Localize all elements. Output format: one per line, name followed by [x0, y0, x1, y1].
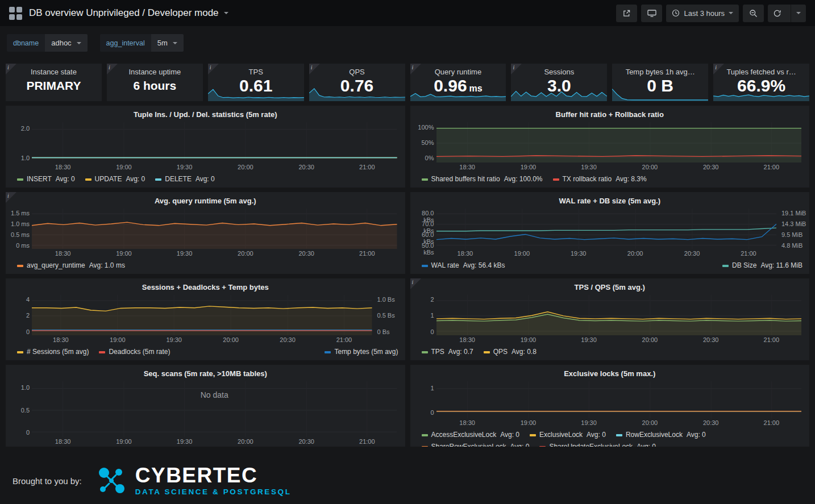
x-axis-label: 20:30	[298, 438, 314, 445]
plot-area[interactable]	[436, 209, 777, 249]
chart-body: 10	[410, 380, 810, 419]
cybertec-logo-icon	[95, 465, 127, 497]
legend-item[interactable]: WAL rateAvg: 56.4 kBs	[422, 260, 505, 271]
y-axis-label: 0%	[410, 155, 434, 161]
panel-title[interactable]: TPS / QPS (5m avg.)	[410, 278, 810, 293]
x-axis-label: 20:00	[642, 336, 658, 343]
x-axis-label: 21:00	[741, 250, 756, 257]
x-axis: 18:3019:0019:3020:0020:3021:00	[32, 438, 397, 447]
panel-title[interactable]: Seq. scans (5m rate, >10MB tables)	[6, 365, 405, 379]
legend-item[interactable]: # Sessions (5m avg)	[17, 347, 89, 357]
panel-title[interactable]: Tuple Ins. / Upd. / Del. statistics (5m …	[6, 106, 405, 120]
dashboard-title[interactable]: DB overview Unprivileged / Developer mod…	[29, 7, 228, 19]
y-axis-label-right: 14.3 MiB	[779, 220, 809, 227]
stat-panel-4: iQPS0.76	[309, 64, 405, 101]
plot-area[interactable]	[436, 122, 802, 163]
legend-value: Avg: 11.6 MiB	[760, 261, 802, 269]
plot-area[interactable]: No data	[32, 381, 397, 437]
refresh-icon-segment[interactable]	[768, 5, 787, 22]
legend-item[interactable]: TX rollback ratioAvg: 8.3%	[553, 174, 647, 185]
info-icon[interactable]: i	[6, 64, 16, 74]
time-range-picker[interactable]: Last 3 hours	[666, 5, 739, 22]
info-icon[interactable]: i	[410, 64, 421, 74]
series-fill-avg_query_runtime	[32, 222, 397, 249]
refresh-interval-dropdown[interactable]	[791, 5, 806, 22]
info-icon[interactable]: i	[410, 278, 421, 289]
y-axis-label: 100%	[410, 124, 434, 131]
x-axis: 18:3019:0019:3020:0020:3021:00	[32, 250, 397, 259]
legend-item[interactable]: Shared buffers hit ratioAvg: 100.0%	[422, 174, 543, 185]
zoom-out-button[interactable]	[743, 5, 764, 22]
legend: Shared buffers hit ratioAvg: 100.0%TX ro…	[410, 172, 810, 188]
info-icon[interactable]: i	[6, 192, 16, 203]
legend-item[interactable]: DELETEAvg: 0	[155, 174, 215, 185]
legend-item[interactable]: ShareUpdateExclusiveLockAvg: 0	[539, 441, 656, 447]
x-axis-label: 21:00	[764, 164, 780, 170]
plot-area[interactable]	[32, 209, 397, 249]
stat-value: 66.9%	[713, 76, 809, 95]
info-icon[interactable]: i	[713, 64, 724, 74]
legend-color-icon	[530, 434, 536, 436]
series-fill-Shared buffers hit ratio	[436, 128, 802, 163]
legend-item[interactable]: ShareRowExclusiveLockAvg: 0	[422, 441, 530, 447]
plot-area[interactable]	[436, 381, 802, 418]
x-axis-label: 18:30	[459, 419, 475, 426]
y-axis-label: 1.0 ms	[6, 220, 30, 227]
y-axis-label: 1.0	[6, 155, 30, 161]
share-button[interactable]	[616, 5, 637, 22]
legend-color-icon	[722, 265, 729, 267]
x-axis-label: 19:00	[521, 336, 537, 343]
variable-value-dropdown[interactable]: 5m	[151, 34, 184, 52]
grafana-logo-icon[interactable]	[7, 5, 24, 22]
template-variables: dbname adhoc agg_interval 5m	[0, 26, 815, 59]
legend-item[interactable]: QPSAvg: 0.8	[484, 347, 537, 357]
legend-item[interactable]: ExclusiveLockAvg: 0	[530, 430, 606, 440]
legend-item[interactable]: RowExclusiveLockAvg: 0	[616, 430, 706, 440]
info-icon[interactable]: i	[309, 64, 320, 74]
panel-title[interactable]: Buffer hit ratio + Rollback ratio	[410, 106, 810, 120]
x-axis-label: 18:30	[55, 250, 71, 257]
legend-item[interactable]: TPSAvg: 0.7	[422, 347, 473, 357]
x-axis-label: 19:30	[571, 250, 587, 257]
graph-panel-7: Seq. scans (5m rate, >10MB tables)1.00.5…	[6, 365, 405, 447]
x-axis-label: 19:30	[581, 164, 597, 170]
info-icon[interactable]: i	[511, 64, 522, 74]
y-axis-label: 0	[410, 328, 434, 335]
legend-item[interactable]: Temp bytes (5m avg)	[325, 347, 398, 357]
plot-area[interactable]	[32, 295, 372, 335]
refresh-button[interactable]	[768, 5, 806, 22]
y-axis-label: 0	[6, 429, 30, 436]
stat-value: PRIMARY	[6, 76, 102, 95]
chart-body: 210	[410, 294, 810, 336]
x-axis-label: 20:30	[703, 419, 719, 426]
y-axis-label-right: 0.5 Bs	[375, 312, 405, 319]
y-axis-label: 2	[410, 296, 434, 303]
panel-title[interactable]: Sessions + Deadlocks + Temp bytes	[6, 278, 405, 293]
chart-body: 80.0 kBs70.0 kBs60.0 kBs50.0 kBs19.1 MiB…	[410, 207, 810, 249]
stat-value: 3.0	[511, 76, 607, 95]
panel-title[interactable]: Exclusive locks (5m max.)	[410, 365, 810, 379]
stats-row: iInstance statePRIMARYiInstance uptime6 …	[6, 64, 809, 101]
legend-item[interactable]: INSERTAvg: 0	[17, 174, 75, 185]
legend-item[interactable]: DB SizeAvg: 11.6 MiB	[722, 260, 802, 271]
y-axis-label-right: 19.1 MiB	[779, 210, 809, 216]
panel-title[interactable]: WAL rate + DB size (5m avg.)	[410, 192, 810, 206]
variable-value-dropdown[interactable]: adhoc	[45, 34, 87, 52]
plot-area[interactable]	[32, 122, 397, 163]
chart-body: 1.00.50No data	[6, 380, 405, 438]
cycle-view-button[interactable]	[641, 5, 662, 22]
x-axis-label: 19:00	[514, 250, 530, 257]
info-icon[interactable]: i	[107, 64, 118, 74]
series-line-QPS	[436, 312, 802, 319]
legend-item[interactable]: AccessExclusiveLockAvg: 0	[422, 430, 520, 440]
y-axis-label: 1.0	[6, 384, 30, 391]
legend-item[interactable]: avg_query_runtimeAvg: 1.0 ms	[17, 260, 125, 271]
stat-panel-title: QPS	[309, 68, 405, 76]
info-icon[interactable]: i	[208, 64, 219, 74]
y-axis-label: 1.5 ms	[6, 210, 30, 216]
plot-area[interactable]	[436, 295, 802, 335]
legend-item[interactable]: UPDATEAvg: 0	[85, 174, 145, 185]
legend-item[interactable]: Deadlocks (5m rate)	[99, 347, 170, 357]
graph-panel-6: iTPS / QPS (5m avg.)21018:3019:0019:3020…	[410, 278, 810, 360]
panel-title[interactable]: Avg. query runtime (5m avg.)	[6, 192, 405, 206]
